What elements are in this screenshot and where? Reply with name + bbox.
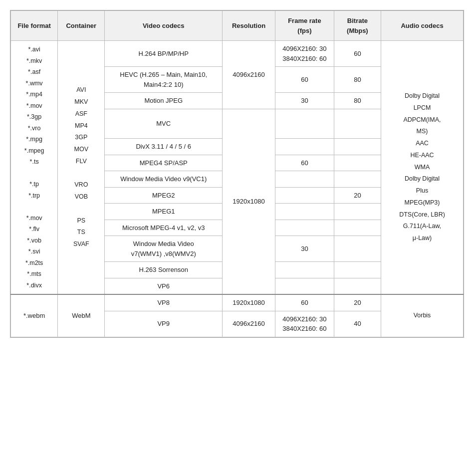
bitrate-cell [334, 109, 381, 139]
audio-codecs-cell: Dolby DigitalLPCMADPCM(IMA,MS)AACHE-AACW… [381, 41, 464, 295]
resolution-cell: 1920x1080 [223, 294, 275, 311]
header-framerate: Frame rate(fps) [275, 11, 334, 41]
framerate-cell [275, 220, 334, 236]
bitrate-cell: 20 [334, 294, 381, 311]
framerate-cell: 4096X2160: 303840X2160: 60 [275, 41, 334, 67]
bitrate-cell: 40 [334, 311, 381, 337]
bitrate-cell: 20 [334, 187, 381, 204]
bitrate-cell: 60 [334, 41, 381, 67]
codec-table: File format Container Video codecs Resol… [10, 10, 464, 337]
framerate-cell: 30 [275, 236, 334, 262]
bitrate-cell [334, 236, 381, 262]
video-codec-cell: MPEG1 [105, 204, 223, 220]
video-codec-cell: HEVC (H.265 – Main, Main10,Main4:2:2 10) [105, 67, 223, 93]
table-row: *.avi*.mkv*.asf*.wmv*.mp4*.mov*.3gp*.vro… [11, 41, 464, 67]
webm-file-format-cell: *.webm [11, 294, 58, 337]
bitrate-cell [334, 220, 381, 236]
framerate-cell [275, 139, 334, 155]
video-codec-cell: MPEG2 [105, 187, 223, 204]
framerate-cell: 60 [275, 294, 334, 311]
framerate-cell [275, 187, 334, 204]
webm-audio-codecs-cell: Vorbis [381, 294, 464, 337]
bitrate-cell [334, 171, 381, 188]
video-codec-cell: VP6 [105, 278, 223, 294]
bitrate-cell [334, 139, 381, 155]
framerate-cell [275, 278, 334, 294]
video-codec-cell: MVC [105, 109, 223, 139]
video-codec-cell: MPEG4 SP/ASP [105, 155, 223, 171]
framerate-cell [275, 171, 334, 188]
framerate-cell [275, 109, 334, 139]
framerate-cell [275, 204, 334, 220]
header-file-format: File format [11, 11, 58, 41]
video-codec-cell: DivX 3.11 / 4 / 5 / 6 [105, 139, 223, 155]
framerate-cell: 60 [275, 155, 334, 171]
video-codec-cell: Motion JPEG [105, 93, 223, 109]
video-codec-cell: H.264 BP/MP/HP [105, 41, 223, 67]
webm-container-cell: WebM [58, 294, 105, 337]
bitrate-cell [334, 262, 381, 278]
video-codec-cell: Window Media Videov7(WMV1) ,v8(WMV2) [105, 236, 223, 262]
table-row: *.webm WebM VP8 1920x1080 60 20 Vorbis [11, 294, 464, 311]
bitrate-cell [334, 155, 381, 171]
video-codec-cell: H.263 Sorrenson [105, 262, 223, 278]
file-formats-cell: *.avi*.mkv*.asf*.wmv*.mp4*.mov*.3gp*.vro… [11, 41, 58, 295]
resolution-cell: 4096x2160 [223, 41, 275, 109]
header-bitrate: Bitrate(Mbps) [334, 11, 381, 41]
framerate-cell: 30 [275, 93, 334, 109]
header-resolution: Resolution [223, 11, 275, 41]
bitrate-cell: 80 [334, 67, 381, 93]
header-video-codecs: Video codecs [105, 11, 223, 41]
video-codec-cell: Window Media Video v9(VC1) [105, 171, 223, 188]
bitrate-cell [334, 278, 381, 294]
header-container: Container [58, 11, 105, 41]
main-table-wrapper: File format Container Video codecs Resol… [10, 10, 464, 338]
video-codec-cell: VP8 [105, 294, 223, 311]
resolution-cell: 1920x1080 [223, 109, 275, 294]
resolution-cell: 4096x2160 [223, 311, 275, 337]
bitrate-cell [334, 204, 381, 220]
bitrate-cell: 80 [334, 93, 381, 109]
framerate-cell: 60 [275, 67, 334, 93]
framerate-cell: 4096X2160: 303840X2160: 60 [275, 311, 334, 337]
video-codec-cell: Microsoft MPEG-4 v1, v2, v3 [105, 220, 223, 236]
framerate-cell [275, 262, 334, 278]
video-codec-cell: VP9 [105, 311, 223, 337]
header-audio-codecs: Audio codecs [381, 11, 464, 41]
container-cell: AVIMKVASFMP43GPMOVFLVVROVOBPSTSSVAF [58, 41, 105, 295]
